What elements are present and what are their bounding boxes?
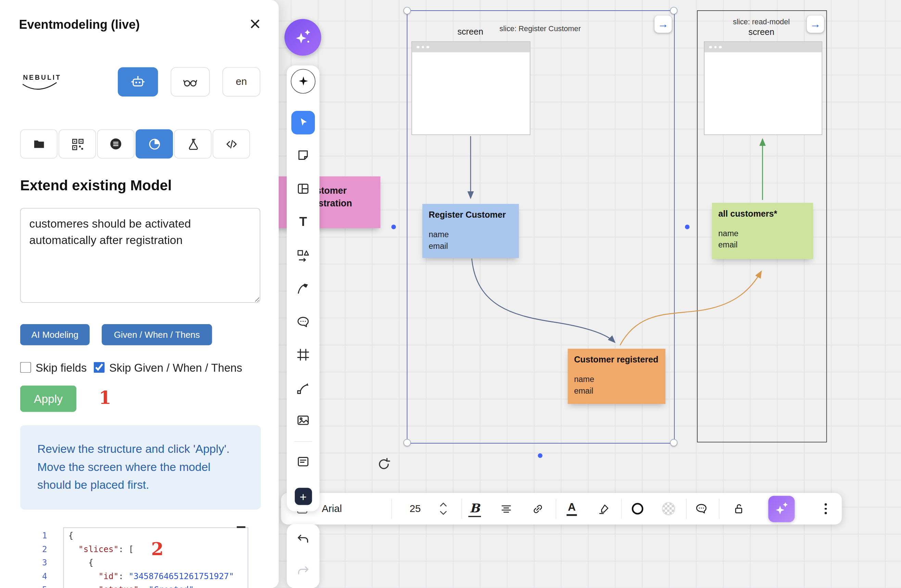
folder-icon bbox=[32, 137, 45, 151]
logo-swoosh-icon bbox=[21, 81, 58, 93]
toolbar-divider bbox=[621, 499, 622, 519]
window-titlebar bbox=[705, 42, 822, 52]
review-mode-button[interactable] bbox=[171, 67, 210, 96]
shapes-tool-button[interactable] bbox=[288, 241, 318, 269]
magic-tool-button[interactable] bbox=[288, 67, 318, 95]
card-tool-button[interactable] bbox=[288, 448, 318, 475]
tab-model[interactable] bbox=[136, 129, 173, 159]
add-tool-button[interactable]: + bbox=[288, 482, 318, 510]
text-align-button[interactable] bbox=[495, 493, 518, 524]
bold-icon: B bbox=[468, 501, 481, 517]
fill-transparency-button[interactable] bbox=[657, 493, 680, 524]
highlight-button[interactable] bbox=[592, 493, 616, 524]
toolbar-divider bbox=[556, 499, 556, 519]
stage: Customer Registration screen slice: Regi… bbox=[0, 0, 901, 588]
sticky-field: name bbox=[429, 229, 513, 241]
selection-edge-dot[interactable] bbox=[685, 224, 689, 229]
close-button[interactable]: × bbox=[244, 12, 266, 34]
list-circle-icon bbox=[109, 137, 123, 151]
text-tool-button[interactable]: T bbox=[288, 208, 318, 236]
redo-button[interactable] bbox=[288, 557, 318, 585]
skip-fields-label[interactable]: Skip fields bbox=[36, 361, 87, 375]
templates-tool-button[interactable] bbox=[288, 174, 318, 202]
selection-edge-dot[interactable] bbox=[538, 453, 542, 457]
text-color-icon: A bbox=[568, 501, 576, 512]
selection-handle[interactable] bbox=[670, 439, 678, 446]
card-icon bbox=[296, 454, 310, 468]
ai-assist-button[interactable] bbox=[768, 496, 795, 522]
frame-tool-button[interactable] bbox=[288, 341, 318, 368]
image-tool-button[interactable] bbox=[288, 406, 318, 434]
prompt-textarea[interactable]: customeres should be activated automatic… bbox=[20, 208, 260, 303]
sticky-title: all customers* bbox=[718, 208, 807, 218]
stroke-color-button[interactable] bbox=[626, 493, 649, 524]
selection-handle[interactable] bbox=[670, 7, 678, 14]
text-color-swatch bbox=[567, 514, 577, 516]
collapse-editor-icon[interactable] bbox=[237, 526, 245, 528]
close-icon: × bbox=[249, 12, 261, 34]
sticky-register-customer[interactable]: Register Customer name email bbox=[422, 204, 519, 258]
font-family-select[interactable]: Arial bbox=[322, 493, 374, 524]
window-dot-icon bbox=[709, 46, 712, 48]
nebulit-logo: NEBULIT bbox=[23, 74, 61, 81]
shapes-icon bbox=[296, 248, 310, 262]
font-size-select[interactable]: 25 bbox=[402, 493, 428, 524]
tab-qr[interactable] bbox=[59, 129, 96, 159]
sticky-field: name bbox=[574, 374, 659, 386]
tab-experiments[interactable] bbox=[174, 129, 212, 159]
skip-fields-checkbox[interactable] bbox=[20, 362, 31, 373]
sticky-title: Register Customer bbox=[429, 210, 513, 220]
stroke-circle-icon bbox=[631, 502, 644, 515]
language-label: en bbox=[236, 76, 247, 88]
selection-edge-dot[interactable] bbox=[391, 224, 396, 229]
text-color-button[interactable]: A bbox=[560, 493, 583, 524]
sticky-field: email bbox=[718, 239, 807, 250]
more-options-button[interactable] bbox=[814, 493, 837, 524]
sticky-customer-registered[interactable]: Customer registered name email bbox=[567, 349, 665, 404]
frame2-slice-label: slice: read-model bbox=[697, 17, 826, 26]
section-heading: Extend existing Model bbox=[20, 177, 172, 194]
sticky-field: email bbox=[574, 386, 659, 397]
tab-code[interactable] bbox=[213, 129, 250, 159]
window-dot-icon bbox=[416, 46, 419, 48]
bold-button[interactable]: B bbox=[463, 493, 486, 524]
plus-icon: + bbox=[295, 488, 312, 505]
sticky-note-tool-button[interactable] bbox=[288, 142, 318, 169]
active-tool-highlight bbox=[292, 110, 315, 134]
lock-button[interactable] bbox=[727, 493, 750, 524]
frame2-screen-label: screen bbox=[697, 27, 826, 37]
ai-modeling-button[interactable]: AI Modeling bbox=[20, 324, 90, 345]
frame1-jump-button[interactable]: → bbox=[655, 16, 672, 33]
ai-magic-button[interactable] bbox=[284, 19, 321, 56]
rotate-handle-icon[interactable] bbox=[376, 457, 391, 471]
chevron-up-icon bbox=[439, 502, 447, 507]
link-button[interactable] bbox=[527, 493, 549, 524]
language-button[interactable]: en bbox=[223, 67, 260, 96]
screen-wireframe[interactable] bbox=[704, 41, 822, 135]
tab-files[interactable] bbox=[20, 129, 58, 159]
code-icon bbox=[224, 137, 238, 151]
flask-icon bbox=[186, 137, 200, 151]
comment-button[interactable] bbox=[689, 493, 712, 524]
selection-handle[interactable] bbox=[403, 439, 411, 446]
sticky-all-customers[interactable]: all customers* name email bbox=[712, 203, 813, 260]
tab-list[interactable] bbox=[97, 129, 134, 159]
selection-handle[interactable] bbox=[403, 7, 411, 14]
skip-gwt-label[interactable]: Skip Given / When / Thens bbox=[109, 361, 242, 375]
window-dot-icon bbox=[719, 46, 722, 48]
comment-icon bbox=[296, 314, 310, 329]
undo-button[interactable] bbox=[288, 525, 318, 553]
screen-wireframe[interactable] bbox=[412, 41, 530, 135]
skip-gwt-checkbox[interactable] bbox=[94, 362, 105, 373]
connector-tool-button[interactable] bbox=[288, 374, 318, 402]
toolbar-divider bbox=[686, 499, 687, 519]
comment-tool-button[interactable] bbox=[288, 308, 318, 336]
apply-button[interactable]: Apply bbox=[20, 386, 77, 412]
select-tool-button[interactable] bbox=[288, 109, 318, 136]
pen-tool-button[interactable] bbox=[288, 274, 318, 302]
ai-mode-button[interactable] bbox=[118, 67, 158, 96]
arrow-right-icon: → bbox=[658, 18, 669, 31]
font-size-stepper[interactable] bbox=[435, 493, 451, 524]
frame2-jump-button[interactable]: → bbox=[807, 16, 824, 33]
given-when-thens-button[interactable]: Given / When / Thens bbox=[102, 324, 212, 345]
